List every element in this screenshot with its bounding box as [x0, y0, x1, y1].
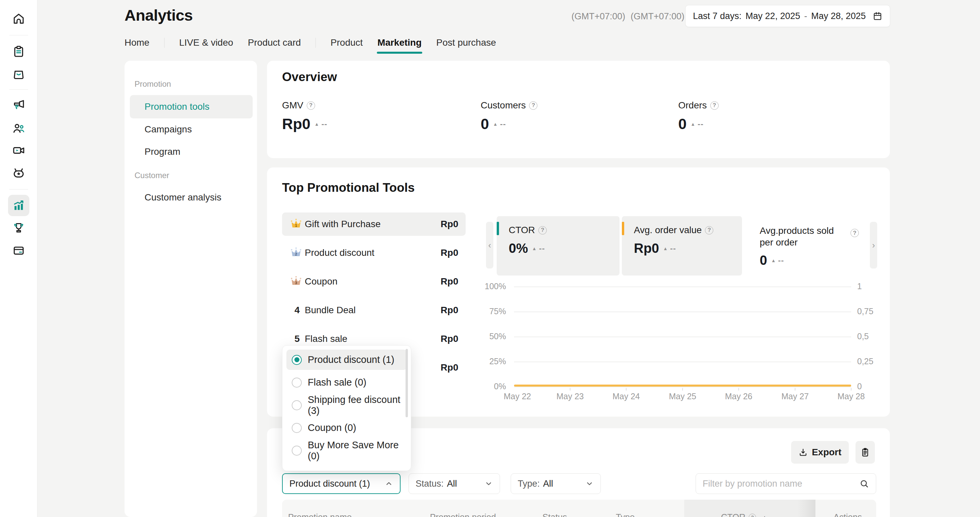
metric-label: Orders [678, 100, 707, 111]
help-icon[interactable]: ? [307, 101, 315, 110]
status-filter-select[interactable]: Status: All [409, 473, 500, 494]
tab-live-video[interactable]: LIVE & video [179, 37, 233, 48]
accent-bar [622, 222, 624, 235]
help-icon[interactable]: ? [538, 226, 547, 235]
tab-marketing[interactable]: Marketing [377, 37, 422, 48]
delta-up-icon: ▲ [493, 122, 498, 127]
download-icon [799, 447, 808, 457]
delta-value: -- [321, 119, 328, 129]
option-label: Shipping fee discount (3) [308, 394, 401, 416]
metric-gmv: GMV? Rp0▲-- [282, 100, 328, 133]
accent-bar [497, 222, 499, 235]
metric-label: Customers [480, 100, 526, 111]
tab-divider [315, 38, 316, 48]
home-icon[interactable] [8, 8, 29, 29]
tab-home[interactable]: Home [124, 37, 150, 48]
tool-name: Flash sale [305, 333, 441, 344]
report-clipboard-button[interactable] [856, 441, 875, 464]
metric-cards-scroll-right[interactable]: › [870, 222, 877, 268]
help-icon[interactable]: ? [749, 514, 756, 517]
metric-card-avg-order-value[interactable]: Avg. order value? Rp0▲-- [622, 216, 742, 276]
type-filter-select[interactable]: Type: All [511, 473, 601, 494]
promotion-search-input[interactable] [703, 479, 859, 489]
rank-number: 5 [290, 333, 305, 344]
trophy-icon[interactable] [8, 217, 29, 238]
metric-card-value: 0% [509, 241, 528, 256]
tab-post-purchase[interactable]: Post purchase [436, 37, 496, 48]
ctor-series-line [514, 385, 851, 387]
tool-row-product-discount[interactable]: 2 Product discount Rp0 [282, 241, 466, 265]
tool-value: Rp0 [441, 362, 458, 373]
option-product-discount[interactable]: Product discount (1) [286, 350, 407, 370]
dropdown-scrollbar[interactable] [406, 349, 408, 417]
users-icon[interactable] [8, 117, 29, 139]
y-axis-label-right: 1 [857, 282, 862, 291]
radio-selected-icon [292, 355, 302, 365]
option-coupon[interactable]: Coupon (0) [286, 418, 407, 438]
help-icon[interactable]: ? [705, 226, 713, 235]
metric-card-avg-products-sold[interactable]: Avg.products sold per order ? 0▲-- [752, 216, 869, 276]
orders-clipboard-icon[interactable] [8, 41, 29, 62]
radio-icon [292, 423, 302, 433]
option-label: Coupon (0) [308, 422, 356, 433]
option-buy-more-save-more[interactable]: Buy More Save More (0) [286, 440, 407, 461]
y-axis-label-right: 0,25 [857, 357, 873, 366]
help-icon[interactable]: ? [710, 101, 719, 110]
metric-cards-scroll-left[interactable]: ‹ [486, 222, 493, 268]
page-title: Analytics [124, 6, 192, 24]
x-axis-label: May 27 [772, 392, 818, 401]
metric-value: 0 [678, 116, 687, 133]
rail-divider [10, 89, 28, 90]
tool-value: Rp0 [441, 276, 458, 287]
option-shipping-fee-discount[interactable]: Shipping fee discount (3) [286, 395, 407, 415]
delta-up-icon: ▲ [532, 246, 537, 251]
finance-card-icon[interactable] [8, 240, 29, 261]
delta-up-icon: ▲ [771, 258, 776, 263]
help-icon[interactable]: ? [529, 101, 538, 110]
tool-row-gift-with-purchase[interactable]: 1 Gift with Purchase Rp0 [282, 213, 466, 236]
tool-value: Rp0 [441, 305, 458, 316]
sidebar-item-promotion-tools[interactable]: Promotion tools [130, 95, 253, 118]
x-axis-label: May 22 [494, 392, 541, 401]
x-tick [570, 388, 570, 390]
timezone-2: (GMT+07:00) [630, 11, 684, 22]
megaphone-icon[interactable] [8, 94, 29, 116]
option-label: Flash sale (0) [308, 377, 366, 388]
promotion-search [695, 473, 876, 494]
tab-product[interactable]: Product [331, 37, 363, 48]
analytics-chart-icon[interactable] [8, 195, 29, 216]
header-ctor-sortable[interactable]: CTOR ? ▲ [721, 512, 767, 517]
timezone-labels: (GMT+07:00) (GMT+07:00) [571, 11, 685, 22]
tool-row-coupon[interactable]: 3 Coupon Rp0 [282, 270, 466, 293]
tool-filter-value: Product discount (1) [290, 479, 370, 489]
date-range-picker[interactable]: Last 7 days: May 22, 2025 - May 28, 2025 [685, 5, 890, 27]
metric-card-ctor[interactable]: CTOR? 0%▲-- [497, 216, 619, 276]
sidebar-item-campaigns[interactable]: Campaigns [130, 118, 253, 141]
option-label: Buy More Save More (0) [308, 439, 401, 461]
radio-icon [292, 377, 302, 388]
delta-up-icon: ▲ [314, 122, 319, 127]
date-range-label: Last 7 days: [693, 11, 742, 21]
tab-product-card[interactable]: Product card [248, 37, 301, 48]
sidebar-item-program[interactable]: Program [130, 140, 253, 163]
tool-filter-select[interactable]: Product discount (1) [282, 473, 401, 494]
export-button[interactable]: Export [791, 441, 849, 464]
metric-label: GMV [282, 100, 304, 111]
date-range-end: May 28, 2025 [811, 11, 866, 21]
gridline [514, 287, 851, 287]
sidebar-item-customer-analysis[interactable]: Customer analysis [130, 186, 253, 209]
search-icon[interactable] [859, 479, 869, 488]
option-flash-sale[interactable]: Flash sale (0) [286, 372, 407, 393]
y-axis-label-left: 75% [461, 306, 506, 316]
live-tv-icon[interactable] [8, 162, 29, 184]
shop-bag-icon[interactable] [8, 63, 29, 84]
help-icon[interactable]: ? [851, 229, 859, 237]
radio-icon [292, 400, 302, 410]
promotions-table-header: Promotion name Promotion period Status T… [282, 500, 876, 517]
header-ctor-label: CTOR [721, 512, 745, 517]
video-camera-icon[interactable] [8, 140, 29, 161]
chevron-down-icon [585, 479, 594, 488]
gridline [514, 336, 851, 337]
metric-card-label: Avg. order value [634, 225, 702, 235]
tool-row-bundle-deal[interactable]: 4 Bundle Deal Rp0 [282, 298, 466, 322]
